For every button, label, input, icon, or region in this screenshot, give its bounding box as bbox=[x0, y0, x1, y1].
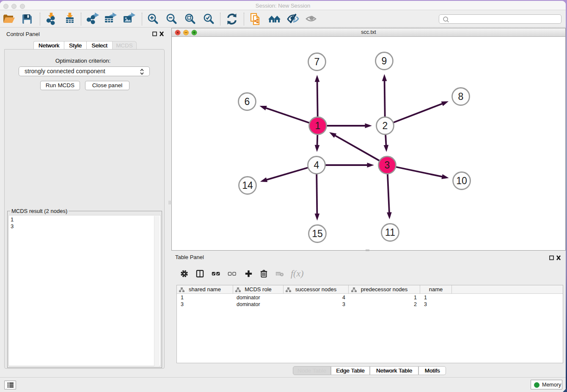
svg-text:1: 1 bbox=[315, 120, 321, 131]
svg-text:11: 11 bbox=[385, 227, 395, 238]
svg-text:7: 7 bbox=[314, 56, 320, 67]
svg-text:8: 8 bbox=[458, 91, 464, 102]
svg-text:4: 4 bbox=[314, 160, 319, 171]
svg-text:6: 6 bbox=[245, 96, 250, 107]
svg-text:2: 2 bbox=[383, 120, 388, 131]
svg-text:9: 9 bbox=[382, 55, 387, 66]
svg-text:3: 3 bbox=[385, 160, 390, 171]
svg-text:15: 15 bbox=[312, 228, 323, 239]
svg-text:14: 14 bbox=[242, 180, 253, 191]
svg-text:10: 10 bbox=[456, 175, 467, 186]
